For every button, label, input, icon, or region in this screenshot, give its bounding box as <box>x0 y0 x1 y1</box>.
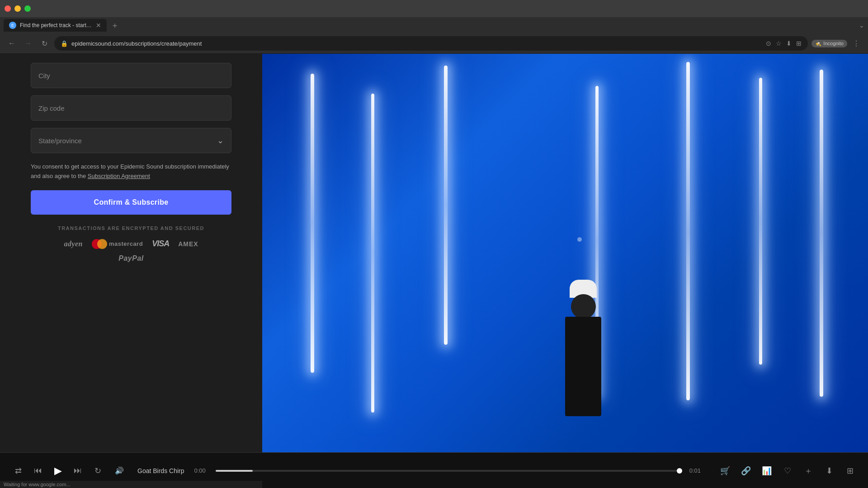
main-content: State/province ⌄ You consent to get acce… <box>0 54 868 452</box>
mastercard-orange-circle <box>97 239 107 249</box>
light-bar-2 <box>371 94 374 413</box>
chevron-down-icon: ⌄ <box>217 136 224 145</box>
reload-button[interactable]: ↻ <box>38 37 51 50</box>
incognito-icon: 🕵 <box>815 41 821 47</box>
city-input[interactable] <box>38 72 224 80</box>
light-bar-5 <box>686 62 690 401</box>
video-background <box>262 54 868 452</box>
state-province-select[interactable]: State/province ⌄ <box>31 128 231 153</box>
previous-button[interactable]: ⏮ <box>31 464 45 478</box>
progress-bar[interactable] <box>216 470 679 472</box>
status-bar: Waiting for www.google.com... <box>0 481 262 488</box>
current-time: 0:00 <box>194 467 205 474</box>
forward-button[interactable]: → <box>22 37 34 50</box>
download-icon[interactable]: ⬇ <box>786 40 792 47</box>
figure-body <box>565 317 601 416</box>
address-bar[interactable]: 🔒 epidemicsound.com/subscriptions/create… <box>54 36 808 51</box>
url-text: epidemicsound.com/subscriptions/create/p… <box>71 40 762 47</box>
consent-text: You consent to get access to your Epidem… <box>31 162 231 181</box>
figure-head <box>571 294 596 319</box>
reader-mode-icon[interactable]: ⊙ <box>766 40 771 47</box>
mastercard-logo: mastercard <box>92 239 143 249</box>
city-field[interactable] <box>31 63 231 88</box>
browser-menu-button[interactable]: ⋮ <box>850 37 863 50</box>
tab-close-button[interactable]: ✕ <box>96 22 101 29</box>
confirm-subscribe-button[interactable]: Confirm & Subscribe <box>31 190 231 215</box>
status-text: Waiting for www.google.com... <box>4 482 71 487</box>
address-bar-row: ← → ↻ 🔒 epidemicsound.com/subscriptions/… <box>0 33 868 53</box>
title-bar <box>0 0 868 17</box>
player-controls: ⇄ ⏮ ▶ ⏭ ↻ <box>11 464 105 478</box>
light-bar-7 <box>820 70 823 396</box>
browser-right-controls: 🕵 Incognito ⋮ <box>811 37 863 50</box>
paypal-row: PayPal <box>31 254 231 263</box>
tab-favicon: E <box>9 22 16 29</box>
shuffle-button[interactable]: ⇄ <box>11 464 25 478</box>
video-panel <box>262 54 868 452</box>
active-tab[interactable]: E Find the perfect track - start sou ✕ <box>4 19 107 32</box>
paypal-logo: PayPal <box>118 254 143 263</box>
track-name: Goat Birds Chirp <box>137 467 184 474</box>
cursor-indicator <box>577 237 582 242</box>
add-button[interactable]: ＋ <box>801 464 816 478</box>
download-button[interactable]: ⬇ <box>822 464 836 478</box>
grid-button[interactable]: ⊞ <box>843 464 857 478</box>
adyen-logo: adyen <box>64 240 83 248</box>
window-close[interactable] <box>5 5 11 12</box>
incognito-badge: 🕵 Incognito <box>811 40 847 47</box>
security-label: TRANSACTIONS ARE ENCRYPTED AND SECURED <box>31 225 231 231</box>
person-figure <box>538 235 628 416</box>
favorite-button[interactable]: ♡ <box>780 464 795 478</box>
cart-button[interactable]: 🛒 <box>718 464 732 478</box>
zip-field[interactable] <box>31 95 231 121</box>
light-bar-3 <box>444 66 448 344</box>
address-bar-icons: ⊙ ☆ ⬇ ⊞ <box>766 40 802 47</box>
state-select-label: State/province <box>38 137 82 145</box>
browser-chrome: E Find the perfect track - start sou ✕ ＋… <box>0 0 868 54</box>
tab-bar: E Find the perfect track - start sou ✕ ＋… <box>0 17 868 33</box>
zip-input[interactable] <box>38 104 224 112</box>
link-button[interactable]: 🔗 <box>739 464 753 478</box>
payment-form-panel: State/province ⌄ You consent to get acce… <box>0 54 262 452</box>
total-time: 0:01 <box>689 467 701 474</box>
window-minimize[interactable] <box>14 5 21 12</box>
sidebar-icon[interactable]: ⊞ <box>796 40 802 47</box>
new-tab-button[interactable]: ＋ <box>108 19 121 32</box>
back-button[interactable]: ← <box>5 37 18 50</box>
tab-title: Find the perfect track - start sou <box>20 22 92 28</box>
light-bar-6 <box>759 78 762 365</box>
amex-logo: AMEX <box>178 240 198 248</box>
waveform-button[interactable]: 📊 <box>760 464 774 478</box>
repeat-button[interactable]: ↻ <box>90 464 105 478</box>
player-right-controls: 🛒 🔗 📊 ♡ ＋ ⬇ ⊞ <box>718 464 857 478</box>
tab-overflow[interactable]: ⌄ <box>859 22 864 29</box>
next-button[interactable]: ⏭ <box>71 464 85 478</box>
mastercard-text: mastercard <box>109 240 143 247</box>
subscription-agreement-link[interactable]: Subscription Agreement <box>88 173 150 179</box>
progress-fill <box>216 470 253 472</box>
light-bar-1 <box>311 74 314 373</box>
mastercard-icon <box>92 239 107 249</box>
window-maximize[interactable] <box>24 5 31 12</box>
play-button[interactable]: ▶ <box>51 464 65 478</box>
payment-logos: adyen mastercard VISA AMEX <box>31 239 231 249</box>
progress-dot <box>677 468 682 474</box>
lock-icon: 🔒 <box>61 40 68 47</box>
visa-logo: VISA <box>152 239 169 249</box>
volume-button[interactable]: 🔊 <box>112 464 127 478</box>
bookmark-icon[interactable]: ☆ <box>776 40 782 47</box>
incognito-label: Incognito <box>823 41 844 46</box>
